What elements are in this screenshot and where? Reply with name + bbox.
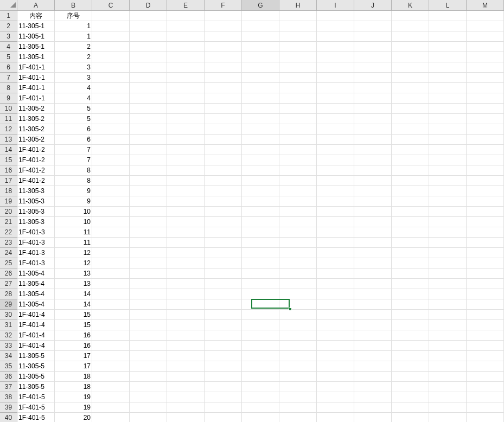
cell-B18[interactable]: 9 — [55, 186, 92, 196]
cell-I1[interactable] — [317, 11, 354, 21]
cell-F8[interactable] — [205, 83, 242, 93]
cell-D25[interactable] — [130, 258, 167, 268]
cell-D28[interactable] — [130, 289, 167, 299]
cell-F36[interactable] — [205, 372, 242, 382]
cell-F10[interactable] — [205, 104, 242, 114]
column-header-J[interactable]: J — [354, 0, 392, 11]
cell-C40[interactable] — [92, 413, 130, 422]
cell-I35[interactable] — [317, 361, 354, 372]
cell-L19[interactable] — [429, 196, 467, 207]
cell-B16[interactable]: 8 — [55, 165, 92, 176]
cell-C8[interactable] — [92, 83, 130, 93]
cell-F11[interactable] — [205, 114, 242, 124]
cell-C23[interactable] — [92, 238, 130, 248]
cell-M7[interactable] — [467, 73, 504, 83]
cell-F15[interactable] — [205, 155, 242, 165]
cell-A3[interactable]: 11-305-1 — [17, 31, 55, 42]
cell-I17[interactable] — [317, 176, 354, 186]
cell-G32[interactable] — [242, 330, 279, 341]
cell-F28[interactable] — [205, 289, 242, 299]
cell-F20[interactable] — [205, 207, 242, 217]
row-header-37[interactable]: 37 — [0, 382, 17, 392]
row-header-17[interactable]: 17 — [0, 176, 17, 186]
cell-K25[interactable] — [392, 258, 429, 268]
cell-K15[interactable] — [392, 155, 429, 165]
cell-G16[interactable] — [242, 165, 279, 176]
cell-F35[interactable] — [205, 361, 242, 372]
row-header-26[interactable]: 26 — [0, 268, 17, 279]
cell-B15[interactable]: 7 — [55, 155, 92, 165]
cell-D37[interactable] — [130, 382, 167, 392]
cell-B24[interactable]: 12 — [55, 248, 92, 258]
cell-H4[interactable] — [279, 42, 317, 52]
cell-F19[interactable] — [205, 196, 242, 207]
cell-E8[interactable] — [167, 83, 205, 93]
cell-G15[interactable] — [242, 155, 279, 165]
cell-I18[interactable] — [317, 186, 354, 196]
cell-I2[interactable] — [317, 21, 354, 31]
cell-J17[interactable] — [354, 176, 392, 186]
cell-F27[interactable] — [205, 279, 242, 289]
row-header-28[interactable]: 28 — [0, 289, 17, 299]
cell-H7[interactable] — [279, 73, 317, 83]
cell-J36[interactable] — [354, 372, 392, 382]
cell-M37[interactable] — [467, 382, 504, 392]
cell-D39[interactable] — [130, 402, 167, 413]
cell-D26[interactable] — [130, 268, 167, 279]
cell-M28[interactable] — [467, 289, 504, 299]
cell-C7[interactable] — [92, 73, 130, 83]
cell-E7[interactable] — [167, 73, 205, 83]
cell-K21[interactable] — [392, 217, 429, 227]
cell-G40[interactable] — [242, 413, 279, 422]
cell-K39[interactable] — [392, 402, 429, 413]
cell-D38[interactable] — [130, 392, 167, 402]
cell-B11[interactable]: 5 — [55, 114, 92, 124]
cell-H20[interactable] — [279, 207, 317, 217]
cell-I29[interactable] — [317, 299, 354, 310]
cell-G35[interactable] — [242, 361, 279, 372]
cell-I38[interactable] — [317, 392, 354, 402]
row-header-6[interactable]: 6 — [0, 62, 17, 73]
cell-B31[interactable]: 15 — [55, 320, 92, 330]
cell-H36[interactable] — [279, 372, 317, 382]
row-header-1[interactable]: 1 — [0, 11, 17, 21]
cell-E31[interactable] — [167, 320, 205, 330]
cell-H13[interactable] — [279, 135, 317, 145]
cell-E27[interactable] — [167, 279, 205, 289]
cell-M19[interactable] — [467, 196, 504, 207]
cell-G24[interactable] — [242, 248, 279, 258]
cell-I6[interactable] — [317, 62, 354, 73]
cell-K10[interactable] — [392, 104, 429, 114]
cell-C20[interactable] — [92, 207, 130, 217]
cell-I32[interactable] — [317, 330, 354, 341]
cell-F9[interactable] — [205, 93, 242, 104]
cell-H21[interactable] — [279, 217, 317, 227]
cell-G11[interactable] — [242, 114, 279, 124]
cell-G18[interactable] — [242, 186, 279, 196]
cell-I11[interactable] — [317, 114, 354, 124]
cell-D40[interactable] — [130, 413, 167, 422]
cell-H39[interactable] — [279, 402, 317, 413]
cell-A38[interactable]: 1F-401-5 — [17, 392, 55, 402]
cell-J35[interactable] — [354, 361, 392, 372]
cell-E23[interactable] — [167, 238, 205, 248]
cell-D9[interactable] — [130, 93, 167, 104]
cell-J40[interactable] — [354, 413, 392, 422]
cell-E38[interactable] — [167, 392, 205, 402]
cell-D23[interactable] — [130, 238, 167, 248]
cell-I20[interactable] — [317, 207, 354, 217]
cell-L9[interactable] — [429, 93, 467, 104]
cell-G2[interactable] — [242, 21, 279, 31]
row-header-30[interactable]: 30 — [0, 310, 17, 320]
cell-J4[interactable] — [354, 42, 392, 52]
cell-F24[interactable] — [205, 248, 242, 258]
cell-G10[interactable] — [242, 104, 279, 114]
cell-C25[interactable] — [92, 258, 130, 268]
cell-D22[interactable] — [130, 227, 167, 238]
cell-I4[interactable] — [317, 42, 354, 52]
cell-L10[interactable] — [429, 104, 467, 114]
cell-C9[interactable] — [92, 93, 130, 104]
cell-L34[interactable] — [429, 351, 467, 361]
cell-G22[interactable] — [242, 227, 279, 238]
cell-B20[interactable]: 10 — [55, 207, 92, 217]
